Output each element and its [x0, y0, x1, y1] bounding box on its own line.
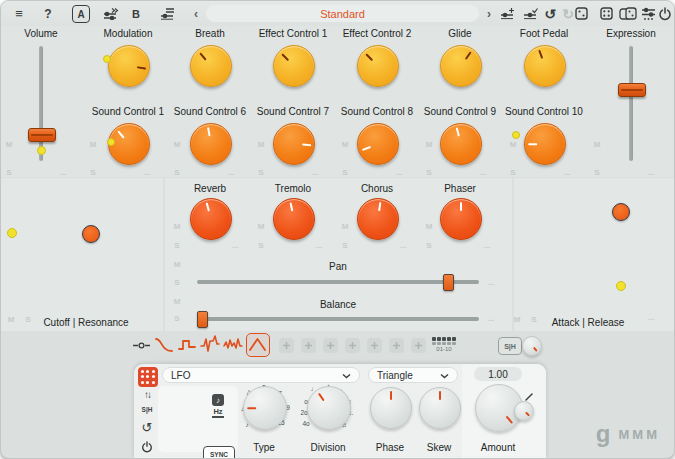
chorus-label: Chorus — [361, 183, 393, 194]
xy-pad-cutoff-resonance[interactable] — [1, 178, 163, 331]
sound-control-6-knob[interactable] — [190, 123, 232, 165]
lfo-phase-knob[interactable] — [370, 387, 412, 429]
modulator-add-slot-7[interactable] — [411, 338, 426, 353]
lfo-type-knob[interactable] — [243, 386, 287, 430]
lfo-rate-card: ♪ Hz SYNC — [158, 386, 238, 452]
sound-control-8-label: Sound Control 8 — [341, 106, 413, 117]
attack-release-dot[interactable] — [612, 203, 630, 221]
ghost-label: S — [426, 241, 431, 250]
ghost-label: ... — [648, 313, 655, 322]
ghost-label: S — [174, 241, 179, 250]
modulator-slot-step-icon[interactable] — [177, 335, 197, 355]
lfo-shape-dropdown[interactable]: Triangle — [368, 367, 458, 383]
sample-hold-mix-knob[interactable] — [522, 336, 542, 356]
foot-pedal-knob[interactable] — [524, 45, 566, 87]
modulation-learn-dot — [103, 55, 111, 63]
ghost-label: ... — [316, 241, 323, 250]
sample-hold-button[interactable]: S|H — [498, 337, 522, 355]
preset-prev-icon[interactable]: ‹ — [191, 1, 201, 26]
sound-control-8-knob[interactable] — [357, 123, 399, 165]
effect-control-2-knob[interactable] — [357, 45, 399, 87]
modulator-add-slot-4[interactable] — [345, 338, 360, 353]
modulator-pager[interactable]: 01-10 — [428, 337, 460, 352]
lfo-skew-knob[interactable] — [419, 387, 461, 429]
modulator-add-slot-2[interactable] — [301, 338, 316, 353]
ghost-label: ... — [488, 278, 495, 287]
sound-control-9-knob[interactable] — [440, 123, 482, 165]
slot-a-button[interactable]: A — [72, 5, 90, 23]
glide-knob[interactable] — [440, 45, 482, 87]
modulator-add-slot-3[interactable] — [323, 338, 338, 353]
lfo-type-label: Type — [253, 442, 275, 453]
lfo-amount-curve-knob[interactable] — [514, 401, 534, 421]
modulator-slot-jagged-icon[interactable] — [223, 335, 243, 355]
copy-a-to-b-icon[interactable] — [102, 1, 120, 26]
randomize-sliders-icon[interactable] — [639, 1, 657, 26]
lfo-amount-value[interactable]: 1.00 — [474, 367, 522, 381]
chorus-knob[interactable] — [357, 198, 399, 240]
balance-slider-handle[interactable] — [197, 311, 208, 328]
lfo-module-icon — [138, 367, 158, 387]
breath-knob[interactable] — [190, 45, 232, 87]
undo-icon[interactable]: ↺ — [542, 1, 558, 26]
mapping-list-icon[interactable] — [158, 1, 176, 26]
phaser-knob[interactable] — [440, 198, 482, 240]
tremolo-knob[interactable] — [273, 198, 315, 240]
ghost-label: M — [6, 140, 13, 149]
lfo-division-knob[interactable] — [307, 386, 351, 430]
ghost-label: S — [174, 314, 179, 323]
expression-slider-handle[interactable] — [618, 83, 646, 97]
sound-control-10-knob[interactable] — [524, 123, 566, 165]
balance-slider[interactable] — [197, 317, 479, 321]
lfo-reset-icon[interactable]: ↺ — [138, 420, 156, 435]
lfo-title: LFO — [171, 370, 190, 381]
xy-pad-attack-release[interactable] — [514, 178, 674, 331]
ghost-label: S — [594, 168, 599, 177]
modulator-add-slot-6[interactable] — [389, 338, 404, 353]
modulator-slot-ramp-icon[interactable] — [154, 335, 174, 355]
lfo-reorder-icon[interactable]: ↑↓ — [138, 389, 156, 400]
ghost-label: S — [174, 168, 179, 177]
ghost-label: ... — [484, 241, 491, 250]
toolbar: ≡ ? A B ‹ Standard › — [1, 1, 674, 26]
slot-b-button[interactable]: B — [130, 1, 142, 26]
effect-control-1-knob[interactable] — [273, 45, 315, 87]
tremolo-label: Tremolo — [275, 183, 311, 194]
volume-slider[interactable] — [39, 46, 43, 161]
add-mapping-icon[interactable] — [499, 1, 517, 26]
sync-button[interactable]: SYNC — [203, 446, 235, 459]
sound-control-7-knob[interactable] — [273, 123, 315, 165]
modulator-add-slot-5[interactable] — [367, 338, 382, 353]
note-hz-toggle[interactable]: ♪ Hz — [206, 394, 230, 422]
cutoff-resonance-dot[interactable] — [82, 225, 100, 243]
dice-a-icon[interactable] — [573, 1, 589, 26]
lfo-power-icon[interactable] — [138, 439, 156, 457]
preset-name: Standard — [320, 8, 365, 20]
preset-selector[interactable]: Standard — [206, 5, 479, 22]
hz-label: Hz — [212, 407, 223, 418]
plugin-window: ≡ ? A B ‹ Standard › — [0, 0, 675, 459]
preset-next-icon[interactable]: › — [484, 1, 494, 26]
reverb-knob[interactable] — [190, 198, 232, 240]
help-icon[interactable]: ? — [41, 1, 55, 26]
lfo-sample-hold-icon[interactable]: S|H — [138, 406, 156, 413]
ghost-label: M — [426, 222, 433, 231]
pan-slider[interactable] — [197, 280, 479, 284]
dice-pair-icon[interactable] — [618, 1, 638, 26]
power-icon[interactable] — [657, 1, 673, 26]
pan-slider-handle[interactable] — [443, 274, 454, 291]
expression-slider[interactable] — [629, 46, 633, 161]
confirm-mapping-icon[interactable] — [522, 1, 540, 26]
modulator-slot-spike-icon[interactable] — [200, 335, 220, 355]
ghost-label: ... — [400, 241, 407, 250]
volume-slider-handle[interactable] — [28, 128, 56, 142]
balance-label: Balance — [320, 299, 356, 310]
ghost-label: S — [258, 241, 263, 250]
modulation-knob[interactable] — [108, 45, 150, 87]
dice-b-icon[interactable] — [598, 1, 614, 26]
lfo-title-dropdown[interactable]: LFO — [162, 367, 360, 383]
sound-control-10-learn-dot — [512, 131, 520, 139]
modulator-slot-triangle-selected[interactable] — [246, 333, 270, 357]
modulator-add-slot-1[interactable] — [279, 338, 294, 353]
menu-icon[interactable]: ≡ — [12, 1, 26, 26]
